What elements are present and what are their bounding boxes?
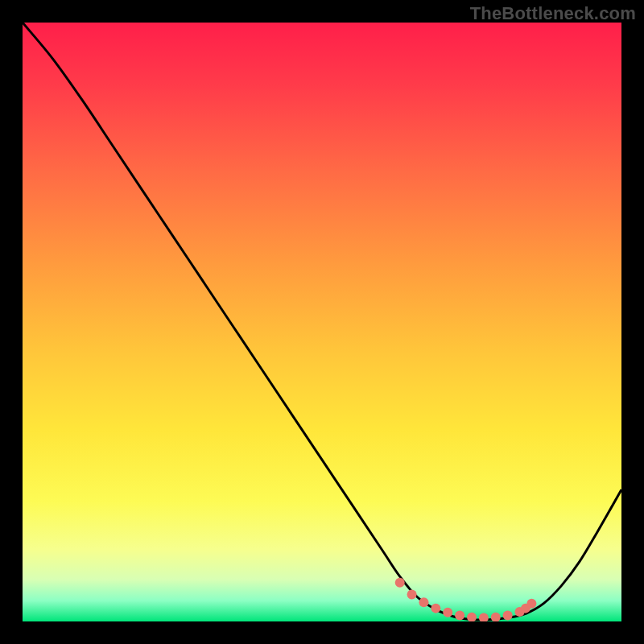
marker-dot — [407, 590, 417, 600]
marker-dot — [443, 608, 452, 617]
marker-dot — [455, 611, 464, 621]
plot-area — [23, 23, 621, 621]
curve-layer — [23, 23, 621, 621]
marker-dot — [503, 611, 513, 621]
bottleneck-curve — [23, 23, 621, 620]
marker-dot — [526, 599, 536, 609]
chart-frame: TheBottleneck.com — [0, 0, 644, 644]
marker-dot — [395, 578, 405, 588]
marker-dot — [431, 604, 440, 613]
marker-dot — [419, 597, 428, 607]
watermark-text: TheBottleneck.com — [470, 3, 636, 24]
optimal-range-markers — [395, 578, 537, 621]
marker-dot — [479, 613, 489, 621]
marker-dot — [467, 613, 477, 621]
marker-dot — [491, 613, 501, 621]
